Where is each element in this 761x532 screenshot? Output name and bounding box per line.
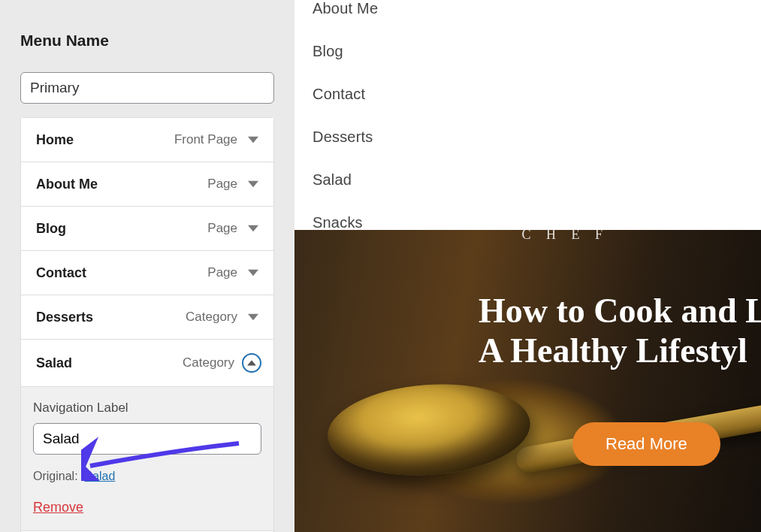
menu-item-type: Page <box>207 265 237 280</box>
menu-item-about-me[interactable]: About Me Page <box>21 162 273 207</box>
original-line: Original: Salad <box>33 470 261 483</box>
site-preview: About Me Blog Contact Desserts Salad Sna… <box>294 0 761 532</box>
remove-menu-item-link[interactable]: Remove <box>33 500 83 515</box>
menu-item-desserts[interactable]: Desserts Category <box>21 295 273 340</box>
nav-link-salad[interactable]: Salad <box>313 171 743 189</box>
menu-item-label: Desserts <box>36 310 186 325</box>
menu-item-label: Contact <box>36 265 207 281</box>
nav-label-field-label: Navigation Label <box>33 401 261 416</box>
menu-item-blog[interactable]: Blog Page <box>21 207 273 251</box>
menu-item-label: Blog <box>36 221 207 237</box>
menu-item-label: About Me <box>36 177 207 192</box>
customizer-sidebar: Menu Name Home Front Page About Me Page … <box>0 0 294 532</box>
original-link[interactable]: Salad <box>84 470 115 482</box>
svg-marker-1 <box>248 181 258 187</box>
nav-link-contact[interactable]: Contact <box>313 86 743 103</box>
hero-badge: C H E F <box>522 227 609 243</box>
menu-name-input[interactable] <box>20 72 274 104</box>
hero-title: How to Cook and L A Healthy Lifestyl <box>479 292 761 371</box>
nav-link-about-me[interactable]: About Me <box>313 0 743 17</box>
menu-item-type: Category <box>186 310 237 325</box>
menu-items-list: Home Front Page About Me Page Blog Page … <box>20 117 274 532</box>
menu-item-type: Page <box>207 177 237 192</box>
nav-link-blog[interactable]: Blog <box>313 43 743 60</box>
hero-section: C H E F How to Cook and L A Healthy Life… <box>294 230 761 532</box>
preview-nav-menu: About Me Blog Contact Desserts Salad Sna… <box>294 0 761 231</box>
svg-marker-0 <box>248 137 258 143</box>
menu-item-edit-panel: Navigation Label Original: Salad Remove <box>21 386 273 531</box>
read-more-button[interactable]: Read More <box>572 422 720 466</box>
chevron-down-icon[interactable] <box>245 264 261 281</box>
svg-marker-4 <box>248 314 258 320</box>
original-prefix: Original: <box>33 470 78 482</box>
menu-item-label: Home <box>36 132 174 148</box>
chevron-down-icon[interactable] <box>245 131 261 148</box>
hero-title-line1: How to Cook and L <box>479 292 761 331</box>
svg-marker-5 <box>247 360 256 365</box>
chevron-down-icon[interactable] <box>245 220 261 237</box>
menu-item-label: Salad <box>36 355 183 371</box>
menu-item-home[interactable]: Home Front Page <box>21 118 273 162</box>
svg-marker-2 <box>248 225 258 231</box>
menu-item-type: Page <box>207 221 237 236</box>
section-title: Menu Name <box>20 32 274 50</box>
chevron-up-icon[interactable] <box>242 353 261 373</box>
menu-item-contact[interactable]: Contact Page <box>21 251 273 295</box>
menu-item-type: Front Page <box>174 132 237 147</box>
hero-title-line2: A Healthy Lifestyl <box>479 331 761 371</box>
nav-link-desserts[interactable]: Desserts <box>313 128 743 146</box>
chevron-down-icon[interactable] <box>245 176 261 192</box>
nav-label-input[interactable] <box>33 423 261 455</box>
chevron-down-icon[interactable] <box>245 309 261 325</box>
menu-item-salad[interactable]: Salad Category <box>21 340 273 386</box>
svg-marker-3 <box>248 270 258 276</box>
menu-item-type: Category <box>183 355 234 370</box>
